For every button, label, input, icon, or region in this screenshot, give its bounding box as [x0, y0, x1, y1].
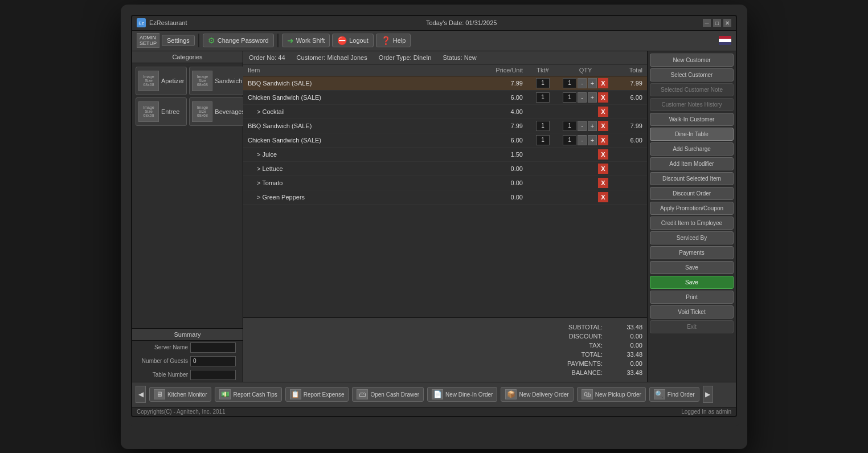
table-row[interactable]: Chicken Sandwich (SALE) 6.00 - + X 6.00	[243, 133, 647, 148]
table-row[interactable]: BBQ Sandwich (SALE) 7.99 - + X 7.99	[243, 119, 647, 133]
delete-modifier[interactable]: X	[598, 178, 608, 188]
window-controls[interactable]: ─ □ ✕	[703, 19, 731, 27]
qty-plus[interactable]: +	[588, 78, 597, 88]
qty-minus[interactable]: -	[578, 135, 587, 145]
customer-notes-history-button[interactable]: Customer Notes History	[650, 98, 734, 111]
summary-section: Summary Server Name Number of Guests Tab…	[132, 328, 243, 382]
table-row[interactable]: Chicken Sandwich (SALE) 6.00 - + X 6.00	[243, 91, 647, 105]
scroll-left-button[interactable]: ◀	[136, 386, 146, 403]
work-shift-label: Work Shift	[296, 37, 325, 44]
walk-in-customer-button[interactable]: Walk-In Customer	[650, 113, 734, 126]
qty-plus[interactable]: +	[588, 121, 597, 131]
summary-header: Summary	[132, 329, 243, 341]
new-dine-in-button[interactable]: 📄 New Dine-In Order	[427, 387, 497, 402]
qty-plus[interactable]: +	[588, 92, 597, 103]
table-row[interactable]: BBQ Sandwich (SALE) 7.99 - + X 7.99	[243, 76, 647, 91]
server-name-input[interactable]	[190, 342, 236, 353]
kitchen-monitor-button[interactable]: 🖥 Kitchen Monitor	[149, 387, 211, 402]
delete-item[interactable]: X	[598, 135, 608, 145]
open-cash-drawer-button[interactable]: 🗃 Open Cash Drawer	[352, 387, 424, 402]
table-row[interactable]: > Juice 1.50 X	[243, 148, 647, 162]
logout-button[interactable]: ⛔ Logout	[332, 34, 374, 47]
find-order-button[interactable]: 🔍 Find Order	[649, 387, 699, 402]
change-password-button[interactable]: ⚙ Change Password	[203, 34, 274, 47]
add-surcharge-button[interactable]: Add Surcharge	[650, 142, 734, 156]
qty-minus[interactable]: -	[578, 121, 587, 131]
qty-value[interactable]	[563, 121, 576, 131]
order-table: BBQ Sandwich (SALE) 7.99 - + X 7.99	[243, 76, 647, 317]
exit-button[interactable]: Exit	[650, 320, 734, 333]
subtotal-row: SUBTOTAL: 33.48	[248, 323, 642, 332]
payments-button[interactable]: Payments	[650, 246, 734, 259]
report-expense-button[interactable]: 📋 Report Expense	[285, 387, 349, 402]
delete-modifier[interactable]: X	[598, 192, 608, 202]
apply-promotion-button[interactable]: Apply Promotion/Coupon	[650, 202, 734, 215]
qty-minus[interactable]: -	[578, 92, 587, 103]
num-guests-input[interactable]	[190, 356, 236, 366]
scroll-right-button[interactable]: ▶	[703, 386, 713, 403]
delete-modifier[interactable]: X	[598, 149, 608, 160]
item-name: > Tomato	[257, 179, 477, 186]
discount-selected-item-button[interactable]: Discount Selected Item	[650, 172, 734, 185]
tkt-input[interactable]	[536, 92, 550, 103]
void-ticket-button[interactable]: Void Ticket	[650, 305, 734, 319]
tax-row: TAX: 0.00	[248, 341, 642, 350]
item-price: 0.00	[477, 165, 523, 172]
delete-modifier[interactable]: X	[598, 164, 608, 174]
right-panel: New Customer Select Customer Selected Cu…	[648, 51, 736, 382]
category-beverages[interactable]: ImageSize68x68 Beverages	[189, 97, 248, 126]
toolbar: ADMINSETUP Settings ⚙ Change Password ➜ …	[132, 31, 736, 51]
server-name-row: Server Name	[132, 341, 243, 354]
new-delivery-button[interactable]: 📦 New Delivery Order	[501, 387, 573, 402]
table-row[interactable]: > Lettuce 0.00 X	[243, 162, 647, 176]
save-button[interactable]: Save	[650, 261, 734, 274]
qty-value[interactable]	[563, 92, 576, 103]
qty-value[interactable]	[563, 78, 576, 88]
delete-item[interactable]: X	[598, 121, 608, 131]
toolbar-separator	[198, 34, 199, 47]
work-shift-button[interactable]: ➜ Work Shift	[282, 34, 330, 47]
report-cash-tips-button[interactable]: 💵 Report Cash Tips	[215, 387, 281, 402]
discount-order-button[interactable]: Discount Order	[650, 187, 734, 200]
help-button[interactable]: ❓ Help	[376, 34, 411, 47]
save-green-button[interactable]: Save	[650, 276, 734, 289]
col-tkt: Tkt#	[523, 67, 563, 74]
credit-item-button[interactable]: Credit Item to Employee	[650, 217, 734, 230]
print-button[interactable]: Print	[650, 291, 734, 304]
new-customer-button[interactable]: New Customer	[650, 54, 734, 67]
payments-row: PAYMENTS: 0.00	[248, 359, 642, 368]
delete-modifier[interactable]: X	[598, 107, 608, 117]
item-name: > Juice	[257, 151, 477, 158]
new-pickup-button[interactable]: 🛍 New Pickup Order	[577, 387, 646, 402]
category-sandwich[interactable]: ImageSize68x68 Sandwich	[189, 67, 248, 95]
settings-button[interactable]: Settings	[162, 35, 195, 46]
open-cash-drawer-icon: 🗃	[357, 389, 368, 399]
tkt-input[interactable]	[536, 135, 550, 145]
selected-customer-note-button[interactable]: Selected Customer Note	[650, 83, 734, 96]
tkt-input[interactable]	[536, 121, 550, 131]
close-button[interactable]: ✕	[723, 19, 731, 27]
add-item-modifier-button[interactable]: Add Item Modifier	[650, 157, 734, 170]
minimize-button[interactable]: ─	[703, 19, 711, 27]
table-row[interactable]: > Green Peppers 0.00 X	[243, 190, 647, 205]
tkt-input[interactable]	[536, 78, 550, 88]
table-row[interactable]: > Cocktail 4.00 X	[243, 105, 647, 119]
qty-plus[interactable]: +	[588, 135, 597, 145]
maximize-button[interactable]: □	[713, 19, 721, 27]
delete-item[interactable]: X	[598, 92, 608, 103]
table-number-input[interactable]	[190, 370, 236, 380]
category-beverages-img: ImageSize68x68	[192, 101, 212, 122]
item-price: 0.00	[477, 194, 523, 201]
order-customer: Customer: Michael Jones	[297, 54, 367, 61]
serviced-by-button[interactable]: Serviced By	[650, 231, 734, 244]
select-customer-button[interactable]: Select Customer	[650, 68, 734, 81]
dine-in-table-button[interactable]: Dine-In Table	[650, 128, 734, 141]
category-entree[interactable]: ImageSize68x68 Entree	[136, 97, 187, 126]
delete-item[interactable]: X	[598, 78, 608, 88]
qty-value[interactable]	[563, 135, 576, 145]
category-apetizer[interactable]: ImageSize68x68 Apetizer	[136, 67, 187, 95]
table-row[interactable]: > Tomato 0.00 X	[243, 176, 647, 190]
toolbar-separator-2	[277, 34, 279, 47]
qty-minus[interactable]: -	[578, 78, 587, 88]
open-cash-drawer-label: Open Cash Drawer	[370, 391, 419, 398]
